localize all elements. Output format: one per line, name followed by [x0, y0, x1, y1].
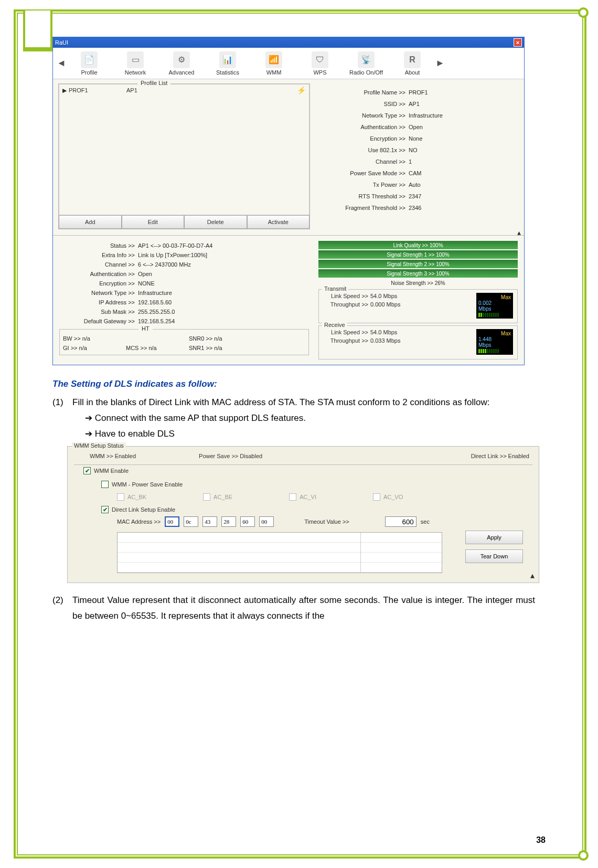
- subitem: Have to enable DLS: [52, 426, 535, 442]
- add-button[interactable]: Add: [59, 215, 122, 229]
- powersave-enable-checkbox[interactable]: WMM - Power Save Enable: [101, 481, 183, 488]
- teardown-button[interactable]: Tear Down: [465, 549, 523, 563]
- network-icon: ▭: [127, 51, 144, 68]
- transmit-box: Transmit Link Speed >>54.0 Mbps Throughp…: [318, 289, 518, 323]
- profile-signal-icon: ⚡: [297, 86, 306, 94]
- mac-octet-5[interactable]: [240, 516, 255, 527]
- mac-octet-3[interactable]: [202, 516, 217, 527]
- nav-prev-icon[interactable]: ◄: [57, 56, 66, 71]
- profile-list-legend: Profile List: [137, 80, 170, 86]
- profile-list[interactable]: ▶ PROF1 AP1 ⚡: [59, 84, 309, 215]
- toolbar: ◄ 📄Profile ▭Network ⚙Advanced 📊Statistic…: [53, 48, 524, 79]
- ac-vo-checkbox: AC_VO: [373, 493, 403, 501]
- profile-icon: 📄: [81, 51, 98, 68]
- dls-list[interactable]: [117, 532, 442, 573]
- tab-about[interactable]: RAbout: [390, 51, 435, 76]
- list-marker: (2): [52, 592, 72, 624]
- tab-advanced[interactable]: ⚙Advanced: [159, 51, 204, 76]
- tab-wmm[interactable]: 📶WMM: [251, 51, 296, 76]
- mac-octet-6[interactable]: [259, 516, 274, 527]
- signal1-bar: Signal Strength 1 >> 100%: [318, 250, 518, 259]
- rx-gauge: Max 1.448 Mbps: [476, 329, 513, 355]
- timeout-label: Timeout Value >>: [304, 518, 349, 525]
- active-marker-icon: ▶: [62, 87, 67, 94]
- profile-info: Profile Name >>PROF1 SSID >>AP1 Network …: [314, 83, 519, 229]
- ac-be-checkbox: AC_BE: [203, 493, 232, 501]
- link-status: Status >>AP1 <--> 00-03-7F-00-D7-A4 Extr…: [59, 241, 309, 359]
- signal2-bar: Signal Strength 2 >> 100%: [318, 260, 518, 268]
- signal3-bar: Signal Strength 3 >> 100%: [318, 269, 518, 278]
- directlink-status-text: Direct Link >> Enabled: [471, 453, 529, 459]
- profile-ssid: AP1: [126, 87, 210, 93]
- tab-statistics[interactable]: 📊Statistics: [205, 51, 250, 76]
- profile-row[interactable]: ▶ PROF1 AP1 ⚡: [59, 84, 309, 96]
- collapse-handle[interactable]: ▴: [53, 231, 524, 236]
- directlink-enable-checkbox[interactable]: Direct Link Setup Enable: [101, 506, 175, 513]
- activate-button[interactable]: Activate: [247, 215, 310, 229]
- link-quality-bar: Link Quality >> 100%: [318, 241, 518, 249]
- nav-next-icon[interactable]: ►: [436, 56, 444, 71]
- wmm-status-text: WMM >> Enabled: [90, 453, 136, 459]
- titlebar: RaUI ×: [53, 37, 524, 48]
- close-icon[interactable]: ×: [514, 38, 522, 47]
- delete-button[interactable]: Delete: [184, 215, 247, 229]
- about-icon: R: [404, 51, 421, 68]
- wmm-legend: WMM Setup Status: [72, 442, 126, 449]
- ht-box: HT BW >> n/aSNR0 >> n/a GI >> n/aMCS >> …: [59, 329, 309, 355]
- tab-wps[interactable]: 🛡WPS: [297, 51, 343, 76]
- statistics-icon: 📊: [219, 51, 236, 68]
- mac-octet-1[interactable]: [165, 516, 179, 527]
- mac-address-row: MAC Address >> Timeout Value >> sec: [83, 513, 529, 527]
- wmm-icon: 📶: [265, 51, 282, 68]
- timeout-input[interactable]: [385, 516, 417, 527]
- apply-button[interactable]: Apply: [465, 531, 523, 544]
- profile-name: PROF1: [69, 87, 126, 93]
- radio-icon: 📡: [358, 51, 375, 68]
- mac-label: MAC Address >>: [117, 518, 161, 525]
- powersave-status-text: Power Save >> Disabled: [199, 453, 262, 459]
- page-number: 38: [536, 835, 546, 845]
- ac-vi-checkbox: AC_VI: [289, 493, 316, 501]
- subitem: Connect with the same AP that support DL…: [52, 410, 535, 426]
- gear-icon: ⚙: [173, 51, 190, 68]
- tx-gauge: Max 0.002 Mbps: [476, 293, 513, 319]
- wmm-enable-checkbox[interactable]: WMM Enable: [83, 467, 129, 474]
- mac-octet-2[interactable]: [184, 516, 198, 527]
- chevron-up-icon[interactable]: ▴: [530, 570, 535, 580]
- body-text: Timeout Value represent that it disconne…: [72, 592, 535, 624]
- section-heading: The Setting of DLS indicates as follow:: [52, 379, 535, 389]
- ac-bk-checkbox: AC_BK: [117, 493, 146, 501]
- wps-icon: 🛡: [312, 51, 328, 68]
- raui-window: RaUI × ◄ 📄Profile ▭Network ⚙Advanced 📊St…: [52, 37, 525, 365]
- mac-octet-4[interactable]: [221, 516, 236, 527]
- wmm-panel: WMM Setup Status WMM >> Enabled Power Sa…: [67, 446, 539, 583]
- list-marker: (1): [52, 395, 72, 410]
- title-text: RaUI: [55, 39, 68, 46]
- tab-network[interactable]: ▭Network: [113, 51, 158, 76]
- chevron-up-icon: ▴: [517, 228, 521, 237]
- receive-box: Receive Link Speed >>54.0 Mbps Throughpu…: [318, 325, 518, 359]
- tab-profile[interactable]: 📄Profile: [67, 51, 112, 76]
- tab-radio[interactable]: 📡Radio On/Off: [344, 51, 389, 76]
- body-text: Fill in the blanks of Direct Link with M…: [72, 395, 535, 410]
- edit-button[interactable]: Edit: [122, 215, 185, 229]
- timeout-unit: sec: [421, 518, 430, 525]
